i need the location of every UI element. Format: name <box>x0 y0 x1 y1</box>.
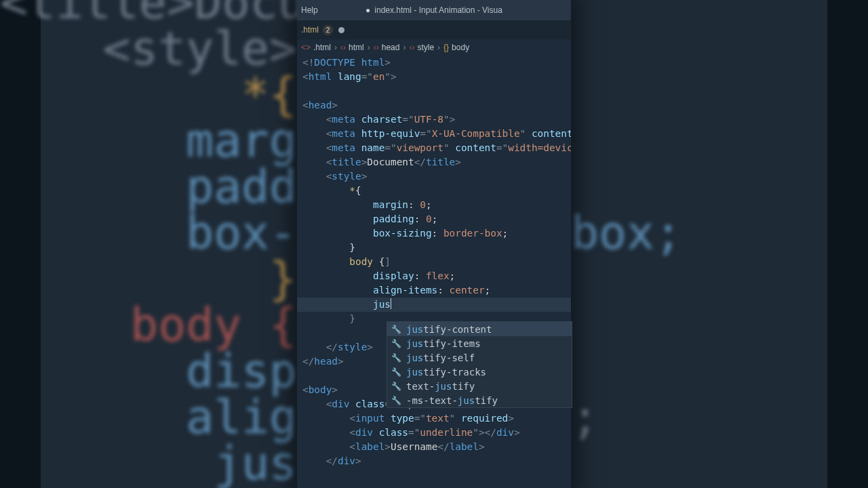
window-title: index.html - Input Animation - Visua <box>374 5 502 15</box>
autocomplete-item[interactable]: 🔧justify-tracks <box>387 365 572 379</box>
wrench-icon: 🔧 <box>391 382 401 391</box>
bg-text: } <box>0 256 297 302</box>
chevron-right-icon: › <box>403 43 406 52</box>
wrench-icon: 🔧 <box>391 353 401 363</box>
code-line[interactable]: box-sizing: border-box; <box>300 226 571 241</box>
chevron-right-icon: › <box>334 43 337 52</box>
autocomplete-label: text-justify <box>406 381 475 392</box>
bg-text <box>571 72 868 118</box>
autocomplete-item[interactable]: 🔧-ms-text-justify <box>387 393 572 407</box>
bg-text <box>571 118 868 164</box>
bg-text <box>571 26 868 72</box>
code-line[interactable]: <!DOCTYPE html> <box>300 56 571 70</box>
code-line[interactable]: } <box>300 241 571 255</box>
code-line[interactable]: <label>Username</label> <box>300 440 571 454</box>
bg-text: <style> <box>0 26 297 72</box>
bg-text <box>571 164 868 210</box>
breadcrumb-label: .html <box>313 43 331 52</box>
autocomplete-label: justify-content <box>406 324 492 335</box>
code-line[interactable]: align-items: center; <box>300 283 571 298</box>
autocomplete-item[interactable]: 🔧text-justify <box>387 379 572 393</box>
breadcrumb-label: style <box>417 43 434 52</box>
window-titlebar: Help ●index.html - Input Animation - Vis… <box>297 0 571 20</box>
brackets-icon: ‹› <box>340 43 346 52</box>
breadcrumb-label: body <box>452 43 469 52</box>
bg-text <box>571 0 868 26</box>
menu-help[interactable]: Help <box>301 5 318 15</box>
bg-text: alig <box>0 394 297 441</box>
code-line[interactable]: display: flex; <box>300 269 571 283</box>
autocomplete-label: justify-tracks <box>406 367 486 378</box>
brackets-icon: ‹› <box>409 43 414 52</box>
breadcrumb-item[interactable]: ‹›style <box>409 43 434 52</box>
code-line[interactable]: <meta http-equiv="X-UA-Compatible" conte… <box>300 127 571 141</box>
code-line[interactable]: padding: 0; <box>300 212 571 226</box>
code-line[interactable]: <html lang="en"> <box>300 70 571 84</box>
autocomplete-label: justify-self <box>406 352 475 363</box>
code-line[interactable]: *{ <box>300 184 571 198</box>
bg-text: *{ <box>0 72 297 118</box>
breadcrumb-item[interactable]: ‹›head <box>374 43 400 52</box>
editor-panel: Help ●index.html - Input Animation - Vis… <box>297 0 571 488</box>
dirty-dot-icon: ● <box>366 5 370 15</box>
bg-text: box; <box>571 210 868 256</box>
code-line[interactable]: <input type="text" required> <box>300 411 571 426</box>
bg-text: box- <box>0 210 297 256</box>
code-line[interactable]: <div class="underline"></div> <box>300 426 571 440</box>
autocomplete-item[interactable]: 🔧justify-self <box>387 350 572 365</box>
wrench-icon: 🔧 <box>391 396 401 405</box>
wrench-icon: 🔧 <box>391 367 401 377</box>
autocomplete-label: justify-items <box>406 338 481 349</box>
bg-text: body { <box>0 302 297 348</box>
wrench-icon: 🔧 <box>391 339 401 348</box>
bg-text: ; <box>571 394 868 441</box>
brackets-icon: ‹› <box>374 43 379 52</box>
code-line[interactable]: <meta name="viewport" content="width=dev… <box>300 141 571 155</box>
braces-icon: {} <box>443 43 449 52</box>
tab-filename[interactable]: .html <box>301 25 319 35</box>
tab-dirty-icon <box>338 27 344 33</box>
breadcrumb-label: head <box>382 43 400 52</box>
bg-text <box>571 256 868 302</box>
code-line[interactable]: margin: 0; <box>300 198 571 212</box>
code-line[interactable]: <title>Document</title> <box>300 155 571 169</box>
chevron-right-icon: › <box>368 43 370 52</box>
breadcrumb-item[interactable]: ‹›html <box>340 43 364 52</box>
bg-text: disp <box>0 348 297 394</box>
autocomplete-label: -ms-text-justify <box>406 395 498 406</box>
tab-bar: .html 2 <box>297 20 571 39</box>
code-line[interactable]: </div> <box>300 454 571 468</box>
code-line[interactable]: jus <box>300 298 571 312</box>
bg-text <box>571 348 868 394</box>
breadcrumb-item[interactable]: <>.html <box>301 43 331 52</box>
wrench-icon: 🔧 <box>391 325 401 334</box>
breadcrumbs[interactable]: <>.html›‹›html›‹›head›‹›style›{}body <box>297 39 571 56</box>
autocomplete-item[interactable]: 🔧justify-content <box>387 322 572 336</box>
code-line[interactable]: <meta charset="UTF-8"> <box>300 113 571 127</box>
bg-text: padd <box>0 164 297 210</box>
autocomplete-item[interactable]: 🔧justify-items <box>387 336 572 350</box>
bg-text <box>571 441 868 487</box>
code-line[interactable]: body {] <box>300 255 571 269</box>
breadcrumb-label: html <box>349 43 364 52</box>
bg-text: jus <box>0 441 297 487</box>
autocomplete-popup[interactable]: 🔧justify-content🔧justify-items🔧justify-s… <box>387 321 572 408</box>
bg-text <box>571 302 868 348</box>
bg-text: marg <box>0 118 297 164</box>
file-icon: <> <box>301 43 311 52</box>
tab-problems-badge[interactable]: 2 <box>323 25 333 35</box>
code-line[interactable] <box>300 84 571 98</box>
code-line[interactable]: <head> <box>300 98 571 113</box>
code-line[interactable]: <style> <box>300 169 571 184</box>
text-caret <box>391 298 391 309</box>
breadcrumb-item[interactable]: {}body <box>443 43 469 52</box>
chevron-right-icon: › <box>437 43 440 52</box>
